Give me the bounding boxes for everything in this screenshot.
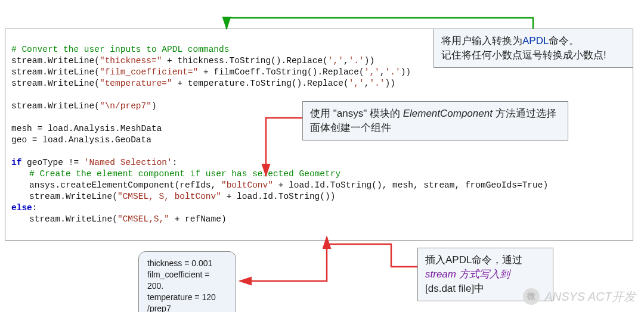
code-l4b: + temperature.ToString().Replace( <box>172 79 349 88</box>
code-l6b: ) <box>151 101 157 111</box>
watermark: 微 ANSYS ACT开发 <box>523 288 636 305</box>
callout-middle: 使用 "ansys" 模块的 ElementComponent 方法通过选择面体… <box>302 101 568 141</box>
code-l14a: stream.WriteLine( <box>29 192 117 201</box>
code-l3s3: '.' <box>385 67 401 77</box>
code-l6a: stream.WriteLine( <box>11 101 100 111</box>
code-comment-1: # Convert the user inputs to APDL comman… <box>11 45 229 54</box>
code-l3s: "film_coefficient=" <box>100 67 198 77</box>
code-l16b: + refName) <box>169 214 227 224</box>
code-comment-2: # Create the element component if user h… <box>29 169 340 179</box>
code-l11s: 'Named Selection' <box>84 158 172 167</box>
code-l11c: : <box>172 158 178 167</box>
callout-tr-text2: 命令。 <box>549 35 579 46</box>
callout-br-1: 插入APDL命令，通过 <box>425 254 522 266</box>
wechat-icon: 微 <box>523 288 540 305</box>
callout-top-right: 将用户输入转换为APDL命令。 记住将任何小数点逗号转换成小数点! <box>434 29 633 68</box>
code-l3c: , <box>380 67 385 77</box>
values-l4: /prep7 <box>147 303 227 312</box>
code-l2s: "thickness=" <box>100 56 162 65</box>
code-l4s: "temperature=" <box>100 79 172 88</box>
code-l9: geo = load.Analysis.GeoData <box>11 135 151 145</box>
callout-mid-a: 使用 "ansys" 模块的 <box>310 108 403 119</box>
callout-mid-elem: ElementComponent <box>403 108 493 119</box>
values-l3: temperature = 120 <box>147 292 227 303</box>
code-l4s3: '.' <box>369 79 385 88</box>
callout-tr-text3: 记住将任何小数点逗号转换成小数点! <box>441 49 606 61</box>
code-l16a: stream.WriteLine( <box>29 214 117 224</box>
code-l8: mesh = load.Analysis.MeshData <box>11 124 162 133</box>
code-l3s2: ',' <box>364 67 380 77</box>
code-l11b: geoType != <box>21 158 83 167</box>
callout-tr-text1: 将用户输入转换为 <box>441 35 522 46</box>
values-l2: film_coefficient = 200. <box>147 269 227 292</box>
values-box: thickness = 0.001 film_coefficient = 200… <box>138 251 236 312</box>
code-l2s2: ',' <box>328 56 343 65</box>
code-l4a: stream.WriteLine( <box>11 79 100 88</box>
code-l2a: stream.WriteLine( <box>11 56 100 65</box>
code-else: else <box>11 203 32 213</box>
code-l3a: stream.WriteLine( <box>11 67 100 77</box>
code-l16s: "CMSEL,S," <box>117 214 169 224</box>
watermark-label: ANSYS ACT开发 <box>544 289 636 305</box>
code-l3d: )) <box>401 67 411 77</box>
code-l3b: + filmCoeff.ToString().Replace( <box>198 67 364 77</box>
code-l2c: , <box>343 56 349 65</box>
code-if: if <box>11 158 21 167</box>
code-l4s2: ',' <box>349 79 364 88</box>
callout-br-way: 方式写入到 <box>459 269 510 280</box>
code-l2b: + thickness.ToString().Replace( <box>162 56 327 65</box>
values-l1: thickness = 0.001 <box>147 258 227 269</box>
code-l14s: "CMSEL, S, boltConv" <box>117 192 221 201</box>
callout-br-2: [ds.dat file]中 <box>425 283 484 294</box>
code-l2s3: '.' <box>349 56 364 65</box>
code-l4d: )) <box>385 79 395 88</box>
code-l13s: "boltConv" <box>221 180 273 190</box>
callout-tr-apdl: APDL <box>522 35 549 46</box>
code-l6s: "\n/prep7" <box>100 101 151 111</box>
code-l13a: ansys.createElementComponent(refIds, <box>29 180 221 190</box>
code-l15c: : <box>32 203 38 213</box>
code-l2d: )) <box>364 56 374 65</box>
code-l14b: + load.Id.ToString()) <box>221 192 335 201</box>
code-l13b: + load.Id.ToString(), mesh, stream, from… <box>273 180 548 190</box>
callout-br-stream: stream <box>425 269 459 280</box>
